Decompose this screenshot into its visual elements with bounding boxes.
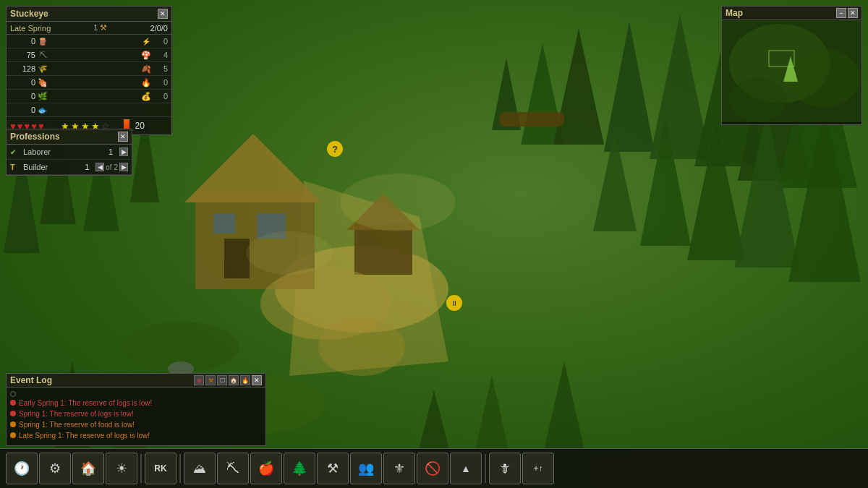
people-icon: 👥 [358,461,374,476]
lightning-icon: ⚡ [140,35,152,47]
event-log-filter-1[interactable]: ⊠ [194,375,204,385]
event-log-filter-5[interactable]: 🔥 [240,375,250,385]
cancel-icon: 🚫 [425,461,441,476]
builder-count: 1 ◀ of 2 ▶ [80,163,128,171]
sun-icon: ☀ [116,461,127,476]
laborer-count: 1 ▶ [103,147,128,156]
log-dot-4 [10,432,16,438]
map-content[interactable] [722,20,861,122]
svg-rect-36 [499,112,564,127]
main-panel: Stuckeye ✕ Late Spring 1 ⚒ 2/0/0 0 🪵 ⚡ 0… [6,6,172,135]
svg-point-41 [787,49,859,107]
log-text-1: Early Spring 1: The reserve of logs is l… [19,398,152,408]
sword-icon: 🗡 [498,461,511,476]
laborer-name: Laborer [23,147,103,156]
time-button[interactable]: 🕐 [6,453,38,484]
work-button[interactable]: ⚒ [317,453,349,484]
main-panel-title: Stuckeye [10,9,48,19]
restrict-button[interactable]: 🚫 [417,453,448,484]
meat-icon: 🍖 [37,77,48,88]
mushroom-icon: 🍄 [140,49,152,61]
event-log-content: Early Spring 1: The reserve of logs is l… [7,388,265,445]
log-text-3: Spring 1: The reserve of food is low! [19,420,135,429]
terrain-button[interactable]: ⛰ [184,453,216,484]
level-button[interactable]: ▲ [450,453,482,484]
toolbar-sep-1 [140,454,142,483]
season-button[interactable]: ☀ [106,453,137,484]
professions-header: Professions ✕ [7,129,132,145]
forest-button[interactable]: 🌲 [284,453,315,484]
event-log-close[interactable]: ✕ [252,375,262,385]
settings-button[interactable]: ⚙ [39,453,71,484]
professions-close[interactable]: ✕ [118,132,128,142]
event-log-filter-2[interactable]: ⚒ [205,375,216,385]
map-close[interactable]: ✕ [848,8,858,18]
svg-point-37 [340,174,456,231]
map-minimize[interactable]: − [836,8,846,18]
bottom-toolbar: 🕐 ⚙ 🏠 ☀ RK ⛰ ⛏ 🍎 🌲 ⚒ 👥 ⚜ 🚫 ▲ � [0,448,868,488]
trade-button[interactable]: ⚜ [383,453,415,484]
resource-row-stone: 75 ⛏ 🍄 4 [7,48,171,62]
professions-title: Professions [10,132,60,142]
worker-count: 1 ⚒ [93,23,107,33]
log-dot-3 [10,421,16,427]
map-header-buttons: − ✕ [836,8,858,18]
svg-point-31 [318,318,405,376]
fish-icon: 🐟 [37,104,48,116]
fleur-icon: ⚜ [393,461,405,476]
svg-marker-24 [184,134,322,202]
svg-rect-25 [224,239,250,278]
log-entry-0 [10,390,262,397]
pause-bubble[interactable]: ⏸ [446,295,462,311]
food-button[interactable]: 🍎 [250,453,282,484]
herb-icon: 🌿 [37,90,48,102]
people-button[interactable]: 👥 [350,453,382,484]
map-svg [722,20,861,122]
event-log-filter-3[interactable]: ☐ [217,375,227,385]
fire-icon: 🔥 [140,77,152,88]
food-icon: 🌾 [37,63,48,74]
season-bar: Late Spring 1 ⚒ 2/0/0 [7,22,171,35]
hammer-icon: ⚒ [327,461,339,476]
event-log-filter-4[interactable]: 🏠 [229,375,239,385]
town-button[interactable]: 🏠 [72,453,104,484]
resource-row-meat: 0 🍖 🔥 0 [7,76,171,90]
log-entry-2: Spring 1: The reserve of logs is low! [10,409,262,419]
resource-row-fish: 0 🐟 [7,103,171,117]
quest-bubble[interactable]: ? [327,141,343,157]
log-text-2: Spring 1: The reserve of logs is low! [19,409,134,419]
log-entry-1: Early Spring 1: The reserve of logs is l… [10,398,262,408]
main-panel-close[interactable]: ✕ [158,9,168,19]
pickaxe-button[interactable]: ⛏ [217,453,249,484]
toolbar-sep-2 [179,454,181,483]
builder-increment[interactable]: ▶ [119,163,128,171]
profession-builder: T Builder 1 ◀ of 2 ▶ [7,160,132,175]
event-log-panel: Event Log ⊠ ⚒ ☐ 🏠 🔥 ✕ Early Spring 1: Th… [6,373,266,446]
log-dot-0 [10,391,16,397]
log-dot-1 [10,400,16,406]
builder-decrement[interactable]: ◀ [95,163,104,171]
clock-icon: 🕐 [14,461,30,476]
log-icon: 🪵 [37,35,48,47]
svg-point-42 [729,78,787,121]
profession-laborer: ✔ Laborer 1 ▶ [7,145,132,160]
builder-icon: T [10,162,20,172]
rk-label: RK [154,463,166,474]
svg-marker-4 [604,22,655,152]
laborer-increment[interactable]: ▶ [119,147,128,156]
professions-panel: Professions ✕ ✔ Laborer 1 ▶ T Builder 1 … [6,129,132,176]
map-header: Map − ✕ [722,7,861,20]
zoom-in-button[interactable]: +↑ [522,453,554,484]
map-title: Map [726,8,743,18]
laborer-icon: ✔ [10,147,20,157]
house-icon: 🏠 [80,461,96,476]
level-number: 20 [135,121,145,131]
log-text-4: Late Spring 1: The reserve of logs is lo… [19,431,150,440]
resource-row-food: 128 🌾 🍂 5 [7,62,171,76]
rk-button[interactable]: RK [145,453,176,484]
svg-point-38 [246,231,333,275]
resource-row-herbs: 0 🌿 💰 0 [7,90,171,103]
up-icon: ▲ [461,463,471,474]
stone-icon: ⛏ [37,49,48,61]
combat-button[interactable]: 🗡 [489,453,521,484]
